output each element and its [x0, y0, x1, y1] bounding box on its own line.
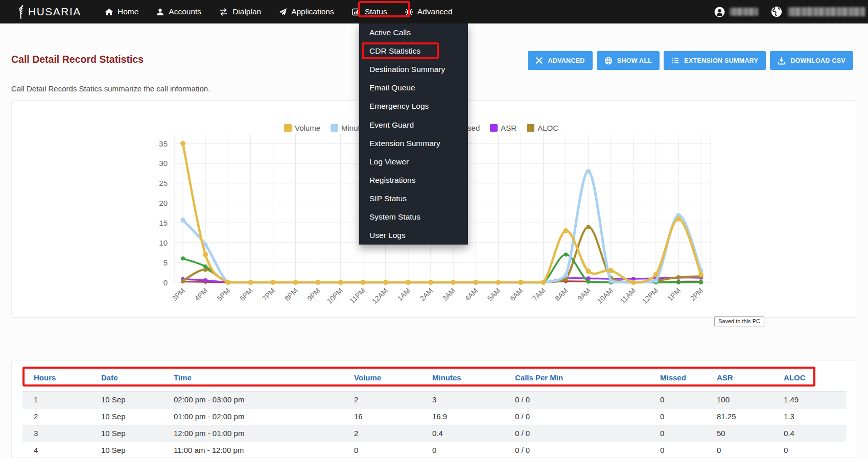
advanced-icon [405, 8, 413, 16]
data-point [564, 273, 568, 278]
tools-icon [535, 57, 543, 64]
cell-time: 02:00 pm - 03:00 pm [162, 391, 343, 408]
y-axis-tick-label: 10 [159, 238, 168, 247]
cell-missed[interactable]: 0 [649, 425, 706, 442]
data-point [180, 141, 185, 146]
y-axis-tick-label: 5 [163, 258, 168, 267]
menu-item-event-guard[interactable]: Event Guard [359, 115, 468, 134]
cell-missed[interactable]: 0 [649, 391, 706, 408]
page-subtitle: Call Detail Records Statics summarize th… [11, 84, 210, 93]
column-header-time: Time [162, 360, 343, 391]
show-all-button[interactable]: SHOW ALL [597, 51, 660, 70]
home-icon [105, 8, 113, 16]
table-row: 310 Sep12:00 pm - 01:00 pm20.40 / 00500.… [22, 425, 847, 442]
nav-item-home[interactable]: Home [105, 7, 138, 16]
brand-name: HUSARIA [28, 6, 81, 18]
user-avatar-icon[interactable] [714, 7, 725, 17]
x-axis-tick-label: 10PM [325, 286, 344, 305]
domain-redacted [788, 7, 865, 16]
brand-logo[interactable]: HUSARIA [17, 0, 81, 23]
nav-item-dialplan[interactable]: Dialplan [219, 7, 261, 16]
data-point [181, 279, 185, 283]
nav-user-area [714, 0, 865, 23]
status-icon [351, 8, 361, 16]
legend-item-volume[interactable]: Volume [284, 124, 320, 132]
data-point [451, 280, 456, 285]
top-nav: HUSARIA HomeAccountsDialplanApplications… [0, 0, 868, 23]
download-csv-button[interactable]: DOWNLOAD CSV [770, 51, 853, 70]
x-axis-tick-label: 6AM [508, 286, 525, 303]
x-axis-tick-label: 1PM [666, 286, 682, 303]
data-point [699, 280, 703, 284]
menu-item-log-viewer[interactable]: Log Viewer [359, 153, 468, 171]
cell-missed[interactable]: 0 [649, 442, 706, 458]
column-header-hours: Hours [22, 360, 90, 391]
cell-missed[interactable]: 0 [649, 408, 706, 425]
legend-label: Volume [295, 124, 320, 132]
nav-item-status[interactable]: Status [351, 7, 387, 16]
data-point [361, 280, 366, 285]
nav-item-accounts[interactable]: Accounts [156, 7, 201, 16]
nav-item-label: Accounts [169, 7, 201, 16]
data-point [518, 280, 523, 285]
button-label: EXTENSION SUMMARY [684, 57, 758, 64]
cell-date: 10 Sep [90, 442, 162, 458]
advanced-button[interactable]: ADVANCED [528, 51, 592, 70]
menu-item-registrations[interactable]: Registrations [359, 171, 468, 189]
cell-time: 01:00 pm - 02:00 pm [162, 408, 343, 425]
x-axis-tick-label: 11PM [348, 286, 366, 305]
column-header-minutes: Minutes [421, 360, 504, 391]
nav-item-applications[interactable]: Applications [278, 7, 334, 16]
menu-item-sip-status[interactable]: SIP Status [359, 189, 468, 208]
data-point [676, 280, 681, 284]
legend-item-asr[interactable]: ASR [490, 124, 517, 132]
menu-item-user-logs[interactable]: User Logs [359, 226, 468, 245]
data-point [203, 252, 208, 257]
x-axis-tick-label: 4PM [193, 286, 209, 303]
server-globe-icon[interactable] [771, 6, 782, 17]
menu-item-email-queue[interactable]: Email Queue [359, 79, 468, 97]
menu-item-active-calls[interactable]: Active Calls [359, 23, 468, 42]
extension-summary-button[interactable]: EXTENSION SUMMARY [664, 51, 766, 70]
column-header-aloc: ALOC [772, 360, 847, 391]
x-axis-tick-label: 6PM [238, 286, 254, 303]
menu-item-extension-summary[interactable]: Extension Summary [359, 134, 468, 153]
cell-volume: 2 [343, 425, 421, 442]
menu-item-system-status[interactable]: System Status [359, 208, 468, 226]
cell-time: 11:00 am - 12:00 pm [162, 442, 343, 458]
data-point [203, 278, 207, 282]
legend-swatch [284, 124, 292, 132]
cell-asr: 81.25 [706, 408, 772, 425]
data-point [248, 280, 253, 285]
data-point [586, 169, 591, 174]
menu-item-destination-summary[interactable]: Destination Summary [359, 60, 468, 79]
list-icon [671, 57, 679, 64]
data-point [564, 228, 569, 233]
x-axis-tick-label: 5PM [216, 286, 232, 303]
column-header-date: Date [90, 360, 162, 391]
nav-item-label: Applications [291, 7, 334, 16]
cell-aloc: 0 [772, 442, 847, 458]
data-point [541, 280, 546, 285]
menu-item-cdr-statistics[interactable]: CDR Statistics [359, 42, 468, 60]
cell-date: 10 Sep [90, 408, 162, 425]
button-label: DOWNLOAD CSV [790, 57, 846, 64]
cell-minutes: 0 [421, 442, 504, 458]
nav-item-advanced[interactable]: Advanced [405, 7, 453, 16]
y-axis-tick-label: 30 [159, 159, 168, 167]
data-point [270, 280, 275, 285]
username-redacted[interactable] [730, 8, 758, 16]
applications-icon [278, 8, 287, 16]
cell-asr: 50 [706, 425, 772, 442]
cdr-table: HoursDateTimeVolumeMinutesCalls Per MinM… [22, 360, 847, 458]
x-axis-tick-label: 12PM [641, 286, 660, 305]
cell-volume: 0 [343, 442, 421, 458]
cdr-table-panel: HoursDateTimeVolumeMinutesCalls Per MinM… [11, 360, 856, 458]
legend-item-aloc[interactable]: ALOC [527, 124, 558, 132]
x-axis-tick-label: 9AM [576, 286, 592, 303]
data-point [316, 280, 321, 285]
data-point [181, 256, 185, 260]
cell-calls-per-min: 0 / 0 [504, 408, 649, 425]
x-axis-tick-label: 10AM [596, 286, 615, 305]
menu-item-emergency-logs[interactable]: Emergency Logs [359, 97, 468, 115]
